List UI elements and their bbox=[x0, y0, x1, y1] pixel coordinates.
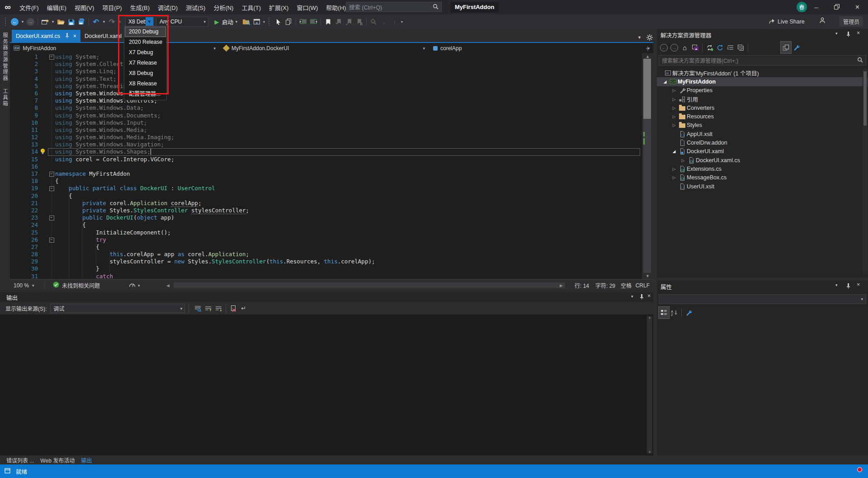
switch-views-button[interactable] bbox=[690, 42, 700, 53]
expander-icon[interactable]: ▷ bbox=[670, 88, 678, 93]
undo-button[interactable]: ↶ bbox=[91, 16, 101, 28]
code-line[interactable]: 9using System.Windows.Documents; bbox=[10, 112, 642, 119]
code-line[interactable]: 14using System.Windows.Shapes; bbox=[10, 148, 642, 155]
code-line[interactable]: 19− public partial class DockerUI : User… bbox=[10, 185, 642, 192]
menu-item[interactable]: 测试(S) bbox=[182, 1, 209, 14]
feedback-person-icon[interactable] bbox=[819, 17, 826, 25]
close-icon[interactable]: × bbox=[857, 30, 860, 36]
editor-vertical-scrollbar[interactable]: ╪ ▲ ▼ bbox=[642, 53, 653, 279]
configuration-caret[interactable]: ▼ bbox=[146, 17, 153, 26]
solution-platform-combo[interactable]: Any CPU ▾ bbox=[156, 17, 208, 27]
word-wrap-button[interactable]: ↵ bbox=[238, 303, 249, 314]
nest-files-button[interactable] bbox=[725, 42, 736, 53]
solution-explorer-header[interactable]: 解决方案资源管理器 ▾ × bbox=[657, 29, 868, 41]
window-position-caret-icon[interactable]: ▾ bbox=[631, 294, 633, 299]
tab-dockerui-xaml[interactable]: DockerUI.xaml bbox=[80, 30, 126, 42]
tree-item-dockerui-xaml[interactable]: ◢DockerUI.xaml bbox=[657, 147, 868, 156]
save-button[interactable] bbox=[66, 16, 76, 28]
se-scrollbar[interactable] bbox=[863, 69, 868, 274]
code-health-indicator[interactable]: 未找到相关问题 bbox=[53, 280, 100, 291]
code-line[interactable]: 31 catch bbox=[10, 273, 642, 279]
alphabetical-button[interactable]: AZ bbox=[669, 307, 679, 319]
scroll-down-icon[interactable]: ▼ bbox=[647, 450, 652, 454]
search-icon[interactable] bbox=[433, 3, 439, 11]
minimize-button[interactable]: ─ bbox=[806, 0, 826, 14]
fold-margin[interactable]: − bbox=[48, 214, 55, 221]
code-line[interactable]: 4using System.Text; bbox=[10, 75, 642, 83]
sync-with-active-document-button[interactable] bbox=[704, 42, 715, 53]
server-explorer-vertical-tab[interactable]: 服务器资源管理器 bbox=[0, 29, 10, 85]
code-line[interactable]: 8using System.Windows.Data; bbox=[10, 104, 642, 112]
close-icon[interactable]: × bbox=[647, 293, 651, 299]
browse-with-button[interactable] bbox=[241, 16, 251, 28]
editor-options-gear-icon[interactable] bbox=[646, 34, 653, 42]
next-message-button[interactable] bbox=[213, 303, 224, 314]
menu-item[interactable]: 文件(F) bbox=[15, 1, 43, 14]
expander-icon[interactable]: ◢ bbox=[661, 80, 669, 84]
expander-icon[interactable]: ▷ bbox=[670, 97, 678, 102]
overflow-caret[interactable]: ▾ bbox=[262, 16, 266, 28]
code-line[interactable]: 5using System.Threading.Tasks; bbox=[10, 83, 642, 90]
tree-item-converters[interactable]: ▷Converters bbox=[657, 103, 868, 112]
expander-icon[interactable]: ▷ bbox=[670, 167, 678, 171]
expander-icon[interactable]: ▷ bbox=[670, 175, 678, 180]
tree-item-dockerui-xaml-cs[interactable]: ▷C#DockerUI.xaml.cs bbox=[657, 156, 868, 164]
se-properties-button[interactable] bbox=[791, 42, 802, 53]
tree-item--myfirstaddon-1-[interactable]: ∞解决方案'MyFirstAddon' (1 个项目) bbox=[657, 69, 868, 77]
properties-object-combo[interactable]: ▾ bbox=[659, 294, 866, 304]
scrollbar-thumb[interactable] bbox=[643, 59, 651, 119]
code-line[interactable]: 24 { bbox=[10, 221, 642, 229]
hscroll-left-icon[interactable]: ◀ bbox=[166, 280, 170, 291]
tree-item-appui-xslt[interactable]: AppUI.xslt bbox=[657, 130, 868, 138]
tab-close-icon[interactable]: × bbox=[73, 33, 76, 39]
tool-window-tab[interactable]: Web 发布活动 bbox=[40, 456, 75, 464]
fold-margin[interactable]: − bbox=[48, 53, 55, 61]
code-editor[interactable]: 1−using System;2using System.Collections… bbox=[10, 53, 642, 279]
code-line[interactable]: 20 { bbox=[10, 192, 642, 200]
notification-badge[interactable] bbox=[857, 467, 862, 472]
menu-item[interactable]: 调试(D) bbox=[154, 1, 182, 14]
menu-item[interactable]: 分析(N) bbox=[209, 1, 237, 14]
refresh-button[interactable] bbox=[715, 42, 725, 53]
code-line[interactable]: 30 } bbox=[10, 265, 642, 272]
tree-item--[interactable]: ▷引用 bbox=[657, 95, 868, 103]
code-line[interactable]: 11using System.Windows.Media; bbox=[10, 127, 642, 134]
code-line[interactable]: 6using System.Windows; bbox=[10, 90, 642, 97]
code-line[interactable]: 13using System.Windows.Navigation; bbox=[10, 141, 642, 148]
output-scrollbar[interactable]: ▲ ▼ bbox=[647, 316, 652, 454]
open-file-button[interactable] bbox=[56, 16, 66, 28]
configuration-option[interactable]: 2020 Release bbox=[125, 37, 166, 47]
menu-item[interactable]: 视图(V) bbox=[71, 1, 98, 14]
configuration-option[interactable]: 配置管理器... bbox=[125, 89, 166, 99]
configuration-option[interactable]: X7 Release bbox=[125, 58, 166, 68]
admin-badge[interactable]: 管理员 bbox=[840, 16, 863, 27]
previous-message-button[interactable] bbox=[203, 303, 213, 314]
toolbar-grip[interactable] bbox=[269, 18, 271, 26]
property-pages-button[interactable] bbox=[684, 307, 694, 319]
scrollbar-thumb[interactable] bbox=[863, 71, 867, 126]
fold-margin[interactable]: − bbox=[48, 170, 55, 178]
expander-icon[interactable]: ▷ bbox=[670, 114, 678, 119]
navigate-forward-button[interactable]: → bbox=[25, 16, 36, 28]
clear-all-button[interactable] bbox=[228, 303, 238, 314]
code-line[interactable]: 28 this.corelApp = app as corel.Applicat… bbox=[10, 251, 642, 258]
tree-item-properties[interactable]: ▷Properties bbox=[657, 86, 868, 95]
select-element-button[interactable] bbox=[273, 16, 283, 28]
se-forward-button[interactable]: → bbox=[669, 42, 679, 53]
breadcrumb-type-dropdown[interactable]: MyFirstAddon.DockerUI ▾ bbox=[219, 43, 429, 53]
redo-button[interactable]: ↷ bbox=[107, 16, 117, 28]
expander-icon[interactable]: ▷ bbox=[670, 123, 678, 127]
code-line[interactable]: 7using System.Windows.Controls; bbox=[10, 97, 642, 104]
scroll-up-icon[interactable]: ▲ bbox=[642, 54, 653, 59]
uncomment-lines-button[interactable] bbox=[308, 16, 319, 28]
configuration-option[interactable]: X8 Release bbox=[125, 79, 166, 89]
solution-configuration-combo[interactable]: X8 Debu ▼ bbox=[125, 17, 154, 27]
shift-up-button[interactable]: ↑ bbox=[389, 16, 400, 28]
tab-list-caret-icon[interactable]: ▼ bbox=[637, 35, 642, 40]
hscroll-right-icon[interactable]: ▶ bbox=[560, 280, 563, 291]
code-line[interactable]: 29 stylesController = new Styles.StylesC… bbox=[10, 258, 642, 265]
window-position-caret-icon[interactable]: ▾ bbox=[835, 283, 838, 287]
user-avatar[interactable]: 春 bbox=[797, 2, 807, 12]
menu-item[interactable]: 扩展(X) bbox=[265, 1, 292, 14]
clear-bookmarks-button[interactable] bbox=[354, 16, 364, 28]
